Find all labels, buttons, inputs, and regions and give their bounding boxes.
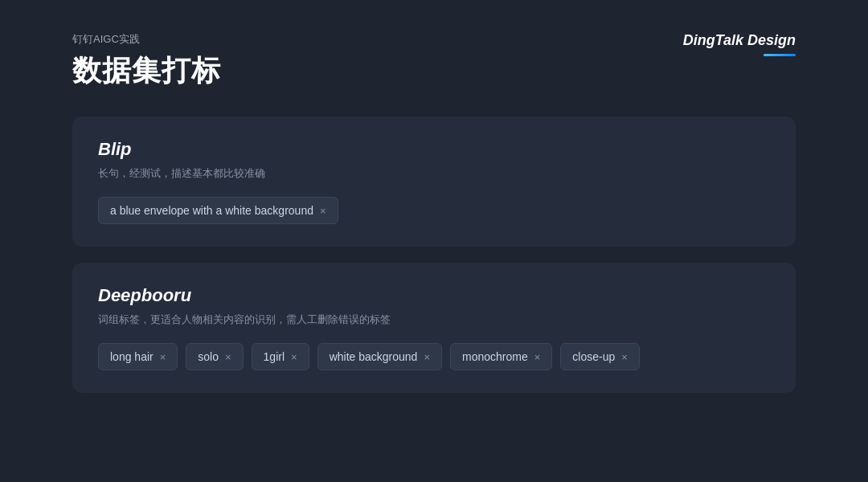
- tags-container-blip: a blue envelope with a white background×: [98, 197, 770, 224]
- tag-deepbooru-tag-4[interactable]: white background×: [317, 343, 442, 370]
- tag-label-blip-tag-1: a blue envelope with a white background: [110, 204, 313, 217]
- tag-deepbooru-tag-5[interactable]: monochrome×: [450, 343, 552, 370]
- brand: DingTalk Design: [683, 32, 796, 56]
- tag-blip-tag-1[interactable]: a blue envelope with a white background×: [98, 197, 338, 224]
- tag-close-deepbooru-tag-4[interactable]: ×: [424, 352, 430, 362]
- card-title-blip: Blip: [98, 139, 770, 160]
- card-title-deepbooru: Deepbooru: [98, 285, 770, 306]
- card-deepbooru: Deepbooru词组标签，更适合人物相关内容的识别，需人工删除错误的标签lon…: [72, 263, 796, 393]
- tag-label-deepbooru-tag-6: close-up: [572, 350, 615, 363]
- brand-name: DingTalk Design: [683, 32, 796, 49]
- tag-close-deepbooru-tag-5[interactable]: ×: [534, 352, 541, 362]
- card-blip: Blip长句，经测试，描述基本都比较准确a blue envelope with…: [72, 116, 796, 247]
- tag-deepbooru-tag-3[interactable]: 1girl×: [252, 343, 309, 370]
- tag-close-deepbooru-tag-2[interactable]: ×: [225, 352, 231, 362]
- tag-label-deepbooru-tag-2: solo: [198, 350, 219, 363]
- tags-container-deepbooru: long hair×solo×1girl×white background×mo…: [98, 343, 770, 370]
- tag-close-blip-tag-1[interactable]: ×: [320, 206, 326, 216]
- header: DingTalk Design 钉钉AIGC实践 数据集打标: [72, 32, 796, 91]
- page-container: DingTalk Design 钉钉AIGC实践 数据集打标 Blip长句，经测…: [0, 0, 868, 482]
- tag-close-deepbooru-tag-6[interactable]: ×: [621, 352, 628, 362]
- tag-close-deepbooru-tag-1[interactable]: ×: [160, 352, 166, 362]
- tag-close-deepbooru-tag-3[interactable]: ×: [291, 352, 297, 362]
- brand-underline: [764, 54, 796, 56]
- tag-label-deepbooru-tag-4: white background: [330, 350, 418, 363]
- tag-label-deepbooru-tag-5: monochrome: [462, 350, 528, 363]
- tag-deepbooru-tag-6[interactable]: close-up×: [560, 343, 640, 370]
- tag-label-deepbooru-tag-3: 1girl: [264, 350, 285, 363]
- tag-label-deepbooru-tag-1: long hair: [110, 350, 154, 363]
- tag-deepbooru-tag-2[interactable]: solo×: [186, 343, 243, 370]
- tag-deepbooru-tag-1[interactable]: long hair×: [98, 343, 178, 370]
- cards-container: Blip长句，经测试，描述基本都比较准确a blue envelope with…: [72, 116, 796, 393]
- card-description-blip: 长句，经测试，描述基本都比较准确: [98, 166, 770, 181]
- page-title: 数据集打标: [72, 51, 796, 91]
- card-description-deepbooru: 词组标签，更适合人物相关内容的识别，需人工删除错误的标签: [98, 312, 770, 327]
